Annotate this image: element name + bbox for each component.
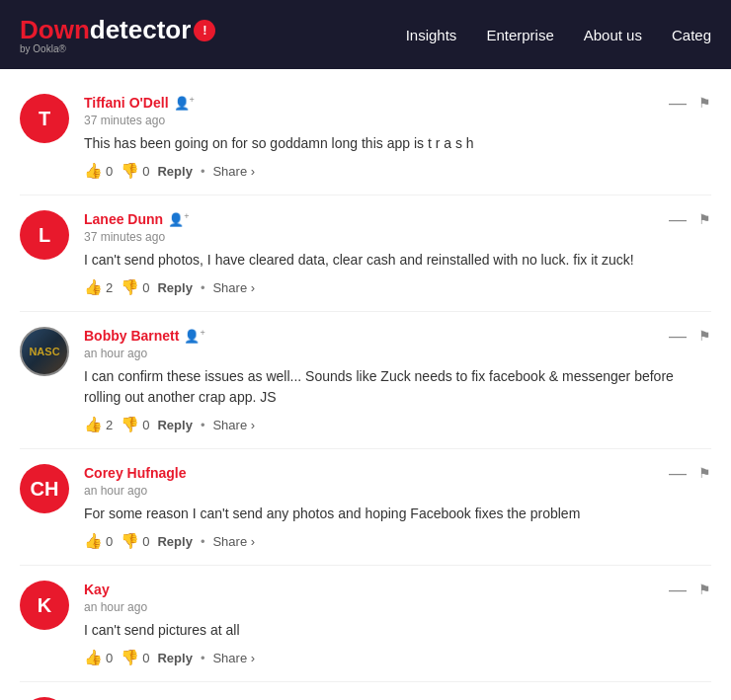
avatar: NASC bbox=[20, 327, 69, 376]
flag-button[interactable]: ⚑ bbox=[698, 582, 711, 597]
reply-button[interactable]: Reply bbox=[157, 280, 192, 295]
comment-body: Tiffani O'Dell 👤+ — ⚑ 37 minutes ago Thi… bbox=[84, 94, 711, 180]
nav-enterprise[interactable]: Enterprise bbox=[486, 27, 553, 43]
comment-header: Lanee Dunn 👤+ — ⚑ bbox=[84, 210, 711, 228]
logo: Downdetector! bbox=[20, 15, 215, 45]
comment-body: Kay — ⚑ an hour ago I can't send picture… bbox=[84, 581, 711, 666]
username: Kay bbox=[84, 582, 110, 597]
thumbs-up-icon: 👍 bbox=[84, 162, 103, 180]
minimize-button[interactable]: — bbox=[669, 464, 687, 482]
user-info: Lanee Dunn 👤+ bbox=[84, 211, 189, 227]
table-row: NASC Bobby Barnett 👤+ — ⚑ an hour ago I … bbox=[20, 312, 711, 449]
logo-detector: detector bbox=[90, 15, 192, 45]
comment-text: For some reason I can't send any photos … bbox=[84, 504, 711, 524]
flag-button[interactable]: ⚑ bbox=[698, 95, 711, 111]
minimize-button[interactable]: — bbox=[669, 210, 687, 228]
downvote-button[interactable]: 👎 0 bbox=[121, 278, 149, 296]
avatar: T bbox=[20, 94, 69, 143]
separator: • bbox=[201, 651, 205, 665]
thumbs-down-icon: 👎 bbox=[121, 649, 139, 666]
reply-button[interactable]: Reply bbox=[157, 651, 192, 665]
comment-footer: 👍 0 👎 0 Reply • Share › bbox=[84, 649, 711, 666]
logo-down: Down bbox=[20, 15, 90, 45]
table-row: CH Corey Hufnagle — ⚑ an hour ago For so… bbox=[20, 449, 711, 566]
thumbs-down-icon: 👎 bbox=[121, 278, 139, 296]
upvote-count: 0 bbox=[106, 651, 113, 665]
upvote-count: 0 bbox=[106, 534, 113, 549]
comments-container: T Tiffani O'Dell 👤+ — ⚑ 37 minutes ago T… bbox=[0, 69, 731, 700]
table-row: L Lanee Dunn 👤+ — ⚑ 37 minutes ago I can… bbox=[20, 195, 711, 312]
comment-header: Kay — ⚑ bbox=[84, 581, 711, 598]
share-button[interactable]: Share › bbox=[212, 651, 255, 665]
flag-button[interactable]: ⚑ bbox=[698, 328, 711, 344]
separator: • bbox=[201, 280, 205, 295]
flag-button[interactable]: ⚑ bbox=[698, 211, 711, 227]
downvote-count: 0 bbox=[142, 280, 149, 295]
downvote-button[interactable]: 👎 0 bbox=[121, 532, 149, 550]
reply-button[interactable]: Reply bbox=[157, 418, 192, 432]
minimize-button[interactable]: — bbox=[669, 581, 687, 598]
logo-sub: by Ookla® bbox=[20, 43, 215, 54]
thumbs-up-icon: 👍 bbox=[84, 416, 103, 433]
comment-actions: — ⚑ bbox=[669, 464, 711, 482]
avatar: CH bbox=[20, 464, 69, 513]
upvote-button[interactable]: 👍 0 bbox=[84, 162, 113, 180]
downvote-count: 0 bbox=[142, 651, 149, 665]
user-info: Kay bbox=[84, 582, 110, 597]
comment-footer: 👍 0 👎 0 Reply • Share › bbox=[84, 532, 711, 550]
user-info: Bobby Barnett 👤+ bbox=[84, 328, 205, 344]
username: Bobby Barnett bbox=[84, 328, 179, 344]
nav-about-us[interactable]: About us bbox=[584, 27, 642, 43]
thumbs-down-icon: 👎 bbox=[121, 416, 139, 433]
comment-footer: 👍 2 👎 0 Reply • Share › bbox=[84, 416, 711, 433]
site-header: Downdetector! by Ookla® Insights Enterpr… bbox=[0, 0, 731, 69]
thumbs-up-icon: 👍 bbox=[84, 649, 103, 666]
separator: • bbox=[201, 418, 205, 432]
comment-text: This has been going on for so goddamn lo… bbox=[84, 133, 711, 154]
avatar: K bbox=[20, 581, 69, 630]
downvote-count: 0 bbox=[142, 534, 149, 549]
add-friend-icon[interactable]: 👤+ bbox=[174, 95, 195, 111]
downvote-count: 0 bbox=[142, 164, 149, 179]
share-button[interactable]: Share › bbox=[212, 164, 255, 179]
main-nav: Insights Enterprise About us Categ bbox=[406, 27, 711, 43]
username: Lanee Dunn bbox=[84, 211, 163, 227]
add-friend-icon[interactable]: 👤+ bbox=[168, 211, 189, 227]
comment-text: I can't send photos, I have cleared data… bbox=[84, 250, 711, 271]
username: Tiffani O'Dell bbox=[84, 95, 169, 111]
upvote-count: 2 bbox=[106, 418, 113, 432]
logo-badge: ! bbox=[194, 20, 215, 41]
comment-body: Bobby Barnett 👤+ — ⚑ an hour ago I can c… bbox=[84, 327, 711, 433]
logo-area: Downdetector! by Ookla® bbox=[20, 15, 215, 54]
upvote-count: 0 bbox=[106, 164, 113, 179]
reply-button[interactable]: Reply bbox=[157, 164, 192, 179]
thumbs-up-icon: 👍 bbox=[84, 532, 103, 550]
table-row: T Tiffani O'Dell 👤+ — ⚑ 37 minutes ago T… bbox=[20, 79, 711, 195]
share-button[interactable]: Share › bbox=[212, 534, 255, 549]
timestamp: an hour ago bbox=[84, 600, 711, 614]
flag-button[interactable]: ⚑ bbox=[698, 465, 711, 481]
table-row: K Kay — ⚑ bbox=[20, 682, 711, 700]
downvote-button[interactable]: 👎 0 bbox=[121, 649, 149, 666]
nav-categories[interactable]: Categ bbox=[672, 27, 711, 43]
downvote-button[interactable]: 👎 0 bbox=[121, 416, 149, 433]
downvote-button[interactable]: 👎 0 bbox=[121, 162, 149, 180]
nav-insights[interactable]: Insights bbox=[406, 27, 457, 43]
comment-actions: — ⚑ bbox=[669, 94, 711, 112]
comment-actions: — ⚑ bbox=[669, 327, 711, 345]
upvote-button[interactable]: 👍 0 bbox=[84, 532, 113, 550]
reply-button[interactable]: Reply bbox=[157, 534, 192, 549]
share-button[interactable]: Share › bbox=[212, 418, 255, 432]
share-button[interactable]: Share › bbox=[212, 280, 255, 295]
upvote-button[interactable]: 👍 2 bbox=[84, 278, 113, 296]
user-info: Corey Hufnagle bbox=[84, 465, 186, 481]
minimize-button[interactable]: — bbox=[669, 94, 687, 112]
thumbs-down-icon: 👎 bbox=[121, 162, 139, 180]
upvote-button[interactable]: 👍 0 bbox=[84, 649, 113, 666]
upvote-button[interactable]: 👍 2 bbox=[84, 416, 113, 433]
thumbs-up-icon: 👍 bbox=[84, 278, 103, 296]
add-friend-icon[interactable]: 👤+ bbox=[184, 328, 204, 344]
avatar: L bbox=[20, 210, 69, 260]
thumbs-down-icon: 👎 bbox=[121, 532, 139, 550]
minimize-button[interactable]: — bbox=[669, 327, 687, 345]
